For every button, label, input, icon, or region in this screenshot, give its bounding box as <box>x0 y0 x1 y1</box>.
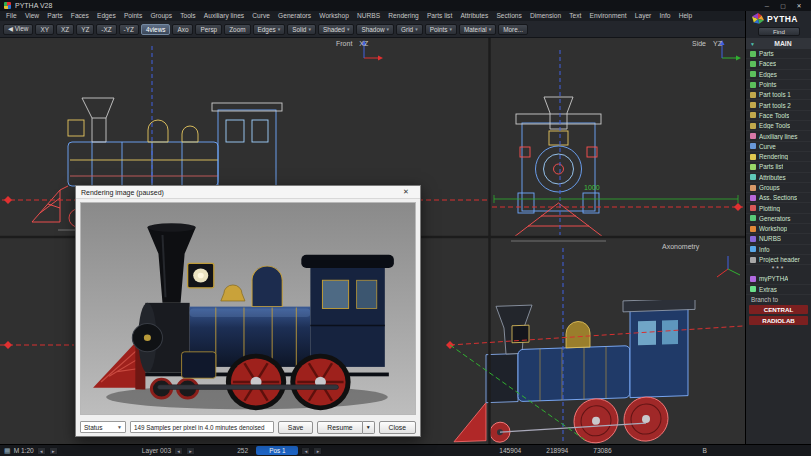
position-prev-button[interactable]: ◂ <box>301 447 310 455</box>
value-left: 252 <box>237 447 248 454</box>
coordinate-value-1: 145904 <box>499 447 521 454</box>
menu-item-parts[interactable]: Parts <box>43 11 67 21</box>
sidebar-item-edge-tools[interactable]: Edge Tools <box>746 121 811 131</box>
menu-item-tools[interactable]: Tools <box>176 11 200 21</box>
dialog-close-icon[interactable]: ✕ <box>397 188 415 196</box>
toolbar-button-shadow[interactable]: Shadow▾ <box>356 24 394 35</box>
toolbar-button-edges[interactable]: Edges▾ <box>253 24 286 35</box>
resume-button[interactable]: Resume <box>317 421 362 434</box>
sidebar-item-groups[interactable]: Groups <box>746 183 811 193</box>
sidebar-item-part-tools-1[interactable]: Part tools 1 <box>746 90 811 100</box>
sidebar-separator[interactable]: *** <box>746 265 811 274</box>
toolbar-button-xz[interactable]: XZ <box>56 24 74 35</box>
sidebar-item-curve[interactable]: Curve <box>746 142 811 152</box>
minimize-button[interactable]: ─ <box>759 0 775 11</box>
save-button[interactable]: Save <box>278 421 314 434</box>
sidebar-item-label: myPYTHA <box>759 275 788 282</box>
sidebar-item-faces[interactable]: Faces <box>746 59 811 69</box>
toolbar-button-persp[interactable]: Persp <box>195 24 222 35</box>
sidebar-item-info[interactable]: Info <box>746 245 811 255</box>
toolbar-button-view[interactable]: ◀ View <box>3 24 33 35</box>
scale-prev-button[interactable]: ◂ <box>37 447 46 455</box>
menu-item-nurbs[interactable]: NURBS <box>353 11 384 21</box>
sidebar-header[interactable]: ▼ MAIN <box>746 38 811 49</box>
menu-item-parts-list[interactable]: Parts list <box>423 11 456 21</box>
sidebar-item-points[interactable]: Points <box>746 80 811 90</box>
sidebar-item-auxiliary-lines[interactable]: Auxiliary lines <box>746 131 811 141</box>
menu-item-rendering[interactable]: Rendering <box>384 11 423 21</box>
toolbar-button-xz[interactable]: -XZ <box>96 24 116 35</box>
brand-panel: PYTHA Find <box>745 11 811 38</box>
grid-icon[interactable]: ▦ <box>4 447 11 455</box>
sidebar-item-extras[interactable]: Extras <box>746 285 811 295</box>
close-window-button[interactable]: ✕ <box>791 0 807 11</box>
position-button[interactable]: Pos 1 <box>256 446 298 455</box>
sidebar-item-mypytha[interactable]: myPYTHA <box>746 274 811 284</box>
branch-radiolab-button[interactable]: RADIOLAB <box>749 316 808 325</box>
sidebar-item-parts[interactable]: Parts <box>746 49 811 59</box>
sidebar-item-ass-sections[interactable]: Ass. Sections <box>746 193 811 203</box>
menu-item-dimension[interactable]: Dimension <box>526 11 565 21</box>
progress-text-field[interactable] <box>130 421 274 433</box>
sidebar-item-label: Face Tools <box>759 112 789 119</box>
scale-next-button[interactable]: ▸ <box>49 447 58 455</box>
toolbar-button-yz[interactable]: YZ <box>76 24 94 35</box>
menu-item-groups[interactable]: Groups <box>146 11 176 21</box>
auxiliary-lines-icon <box>750 133 756 139</box>
menu-item-help[interactable]: Help <box>675 11 697 21</box>
close-button[interactable]: Close <box>379 421 416 434</box>
menu-item-attributes[interactable]: Attributes <box>456 11 492 21</box>
sidebar-item-plotting[interactable]: Plotting <box>746 203 811 213</box>
resume-dropdown-button[interactable]: ▼ <box>363 421 375 434</box>
status-dropdown[interactable]: Status ▼ <box>80 421 126 433</box>
layer-prev-button[interactable]: ◂ <box>174 447 183 455</box>
find-button[interactable]: Find <box>758 27 800 36</box>
menu-item-view[interactable]: View <box>21 11 43 21</box>
sidebar-item-nurbs[interactable]: NURBS <box>746 234 811 244</box>
toolbar-button-solid[interactable]: Solid▾ <box>287 24 316 35</box>
sidebar-item-parts-list[interactable]: Parts list <box>746 162 811 172</box>
sidebar-item-label: Points <box>759 81 777 88</box>
menu-item-text[interactable]: Text <box>565 11 585 21</box>
menu-item-curve[interactable]: Curve <box>248 11 274 21</box>
pytha-logo: PYTHA <box>752 13 798 25</box>
sidebar-item-project-header[interactable]: Project header <box>746 255 811 265</box>
sidebar-item-face-tools[interactable]: Face Tools <box>746 111 811 121</box>
sidebar-item-rendering[interactable]: Rendering <box>746 152 811 162</box>
toolbar-button-material[interactable]: Material▾ <box>459 24 496 35</box>
menu-item-workshop[interactable]: Workshop <box>315 11 353 21</box>
sidebar-item-workshop[interactable]: Workshop <box>746 224 811 234</box>
sidebar-item-attributes[interactable]: Attributes <box>746 173 811 183</box>
parts-list-icon <box>750 164 756 170</box>
maximize-button[interactable]: ▢ <box>775 0 791 11</box>
menu-item-environment[interactable]: Environment <box>585 11 630 21</box>
layer-next-button[interactable]: ▸ <box>186 447 195 455</box>
menu-item-sections[interactable]: Sections <box>492 11 525 21</box>
position-next-button[interactable]: ▸ <box>313 447 322 455</box>
menu-item-points[interactable]: Points <box>120 11 147 21</box>
branch-central-button[interactable]: CENTRAL <box>749 305 808 314</box>
sidebar-item-label: Parts list <box>759 163 783 170</box>
toolbar-button-shaded[interactable]: Shaded▾ <box>318 24 355 35</box>
menu-item-generators[interactable]: Generators <box>274 11 315 21</box>
dialog-titlebar[interactable]: Rendering image (paused) ✕ <box>76 186 420 199</box>
menu-item-file[interactable]: File <box>2 11 21 21</box>
toolbar-button-xy[interactable]: XY <box>35 24 54 35</box>
toolbar-button-yz[interactable]: -YZ <box>119 24 139 35</box>
menu-item-auxiliary-lines[interactable]: Auxiliary lines <box>200 11 249 21</box>
toolbar-button-more[interactable]: More... <box>498 24 528 35</box>
app-icon <box>4 2 11 9</box>
toolbar-button-points[interactable]: Points▾ <box>425 24 457 35</box>
menu-item-layer[interactable]: Layer <box>631 11 656 21</box>
sidebar-item-edges[interactable]: Edges <box>746 70 811 80</box>
sidebar-item-part-tools-2[interactable]: Part tools 2 <box>746 100 811 110</box>
menu-item-faces[interactable]: Faces <box>67 11 93 21</box>
locomotive-wireframe-front-view <box>506 95 611 245</box>
menu-item-info[interactable]: Info <box>655 11 674 21</box>
sidebar-item-generators[interactable]: Generators <box>746 214 811 224</box>
toolbar-button-zoom[interactable]: Zoom <box>224 24 250 35</box>
toolbar-button-grid[interactable]: Grid▾ <box>396 24 423 35</box>
menu-item-edges[interactable]: Edges <box>93 11 120 21</box>
toolbar-button-axo[interactable]: Axo <box>172 24 193 35</box>
toolbar-button-4views[interactable]: 4views <box>141 24 171 35</box>
